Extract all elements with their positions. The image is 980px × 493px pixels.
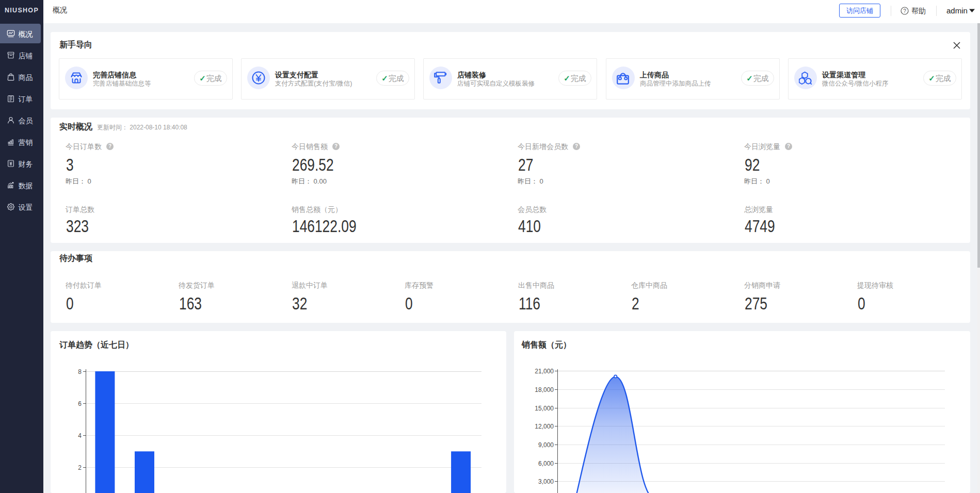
svg-text:9,000: 9,000 [538,441,554,449]
svg-text:8: 8 [78,368,82,375]
svg-text:6,000: 6,000 [538,460,554,467]
svg-text:3,000: 3,000 [538,478,554,485]
svg-text:2: 2 [78,464,82,471]
svg-text:18,000: 18,000 [535,386,554,393]
svg-text:15,000: 15,000 [535,405,554,412]
svg-text:6: 6 [78,400,82,407]
svg-text:4: 4 [78,432,82,439]
svg-text:12,000: 12,000 [535,423,554,430]
svg-text:?: ? [903,8,906,14]
svg-text:21,000: 21,000 [535,368,554,375]
